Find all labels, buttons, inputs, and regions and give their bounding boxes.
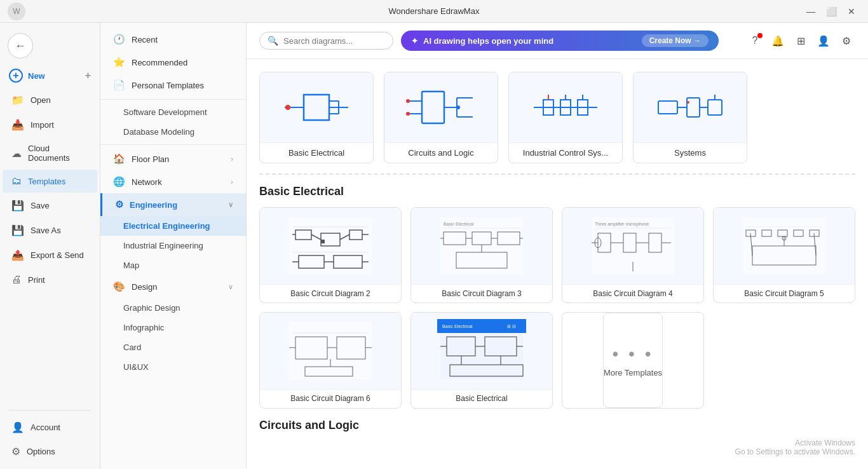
sidebar-item-import[interactable]: 📥 Import: [3, 113, 97, 137]
sidebar-mid-uiux[interactable]: UI&UX: [100, 357, 246, 377]
sidebar-mid-infographic[interactable]: Infographic: [100, 318, 246, 337]
software-dev-label: Software Development: [123, 107, 207, 117]
cat-circuits-logic[interactable]: Circuits and Logic: [384, 72, 498, 163]
open-icon: 📁: [11, 94, 24, 106]
industrial-eng-label: Industrial Engineering: [123, 241, 203, 250]
sidebar-mid-map[interactable]: Map: [100, 255, 246, 275]
svg-point-5: [285, 105, 290, 110]
sidebar-item-account[interactable]: 👤 Account: [3, 416, 97, 439]
save-icon: 💾: [11, 200, 24, 212]
search-input[interactable]: [283, 36, 385, 46]
sidebar-mid-design[interactable]: 🎨 Design ∨: [100, 275, 246, 298]
titlebar-left: W: [8, 3, 25, 20]
template-bcd4[interactable]: Three amplifier microphone: [562, 207, 704, 303]
sidebar-mid-floorplan[interactable]: 🏠 Floor Plan ›: [100, 147, 246, 170]
maximize-button[interactable]: ⬜: [822, 3, 840, 20]
grid-icon[interactable]: ⊞: [792, 32, 810, 50]
tmpl-thumb-bcd4: Three amplifier microphone: [562, 208, 703, 284]
app-title: Wondershare EdrawMax: [389, 6, 480, 16]
sidebar-mid-electrical-eng[interactable]: Electrical Engineering: [100, 216, 246, 236]
cloud-label: Cloud Documents: [28, 144, 88, 163]
sidebar-mid-recent[interactable]: 🕐 Recent: [100, 28, 246, 51]
sidebar-item-templates[interactable]: 🗂 Templates: [3, 170, 97, 193]
sidebar-mid-industrial-eng[interactable]: Industrial Engineering: [100, 236, 246, 255]
options-icon: ⚙: [11, 445, 20, 458]
svg-rect-48: [321, 240, 325, 243]
export-label: Export & Send: [31, 250, 84, 260]
close-button[interactable]: ✕: [843, 3, 860, 20]
design-chevron-icon: ∨: [228, 283, 233, 291]
uiux-label: UI&UX: [123, 362, 149, 372]
network-label: Network: [132, 177, 162, 187]
new-button[interactable]: + New +: [0, 64, 100, 88]
svg-rect-27: [687, 98, 700, 117]
sidebar-mid-personal[interactable]: 📄 Personal Templates: [100, 74, 246, 97]
sidebar-item-options[interactable]: ⚙ Options: [3, 440, 97, 463]
sidebar-mid-recommended[interactable]: ⭐ Recommended: [100, 51, 246, 74]
template-bcd6[interactable]: Basic Circuit Diagram 6: [259, 312, 402, 409]
import-label: Import: [31, 120, 54, 130]
engineering-icon: ⚙: [115, 199, 123, 210]
templates-icon: 🗂: [11, 175, 22, 187]
sidebar-mid-database[interactable]: Database Modeling: [100, 122, 246, 142]
svg-text:⊞ ⊟: ⊞ ⊟: [507, 324, 516, 329]
network-icon: 🌐: [113, 176, 125, 187]
template-bcd3[interactable]: Basic Electrical: [410, 207, 553, 303]
search-box[interactable]: 🔍: [259, 32, 393, 50]
sidebar-mid-card[interactable]: Card: [100, 337, 246, 357]
templates-label: Templates: [28, 177, 65, 186]
minimize-button[interactable]: —: [802, 3, 820, 20]
account-icon: 👤: [11, 421, 24, 433]
titlebar: W Wondershare EdrawMax — ⬜ ✕: [0, 0, 868, 23]
sidebar-mid: 🕐 Recent ⭐ Recommended 📄 Personal Templa…: [100, 23, 247, 469]
sidebar-item-print[interactable]: 🖨 Print: [3, 268, 97, 291]
sidebar-item-export[interactable]: 📤 Export & Send: [3, 243, 97, 267]
open-label: Open: [31, 95, 51, 105]
tmpl-label-bcd4: Basic Circuit Diagram 4: [562, 284, 703, 302]
circuits-logic-title: Circuits and Logic: [259, 419, 855, 432]
sidebar-item-save[interactable]: 💾 Save: [3, 194, 97, 217]
recommended-icon: ⭐: [113, 57, 125, 68]
svg-text:Basic Electrical: Basic Electrical: [444, 222, 474, 226]
floorplan-label: Floor Plan: [132, 154, 169, 164]
cat-basic-electrical[interactable]: Basic Electrical: [259, 72, 374, 163]
more-dots-icon: • • •: [613, 344, 654, 364]
template-bcd2[interactable]: Basic Circuit Diagram 2: [259, 207, 402, 303]
sidebar-item-cloud[interactable]: ☁ Cloud Documents: [3, 138, 97, 168]
template-bcd5[interactable]: Basic Circuit Diagram 5: [713, 207, 855, 303]
tmpl-thumb-bcd5: [714, 208, 855, 284]
sidebar-mid-software-dev[interactable]: Software Development: [100, 102, 246, 122]
export-icon: 📤: [11, 249, 24, 261]
svg-rect-85: [289, 322, 372, 379]
svg-text:Basic Electrical: Basic Electrical: [442, 324, 473, 329]
cat-thumb-systems: [634, 72, 747, 142]
tmpl-thumb-bcd6: [260, 313, 401, 389]
cat-systems[interactable]: Systems: [633, 72, 747, 163]
sidebar-mid-network[interactable]: 🌐 Network ›: [100, 170, 246, 193]
template-more[interactable]: • • • More Templates: [562, 312, 704, 409]
cat-industrial-control[interactable]: Industrial Control Sys...: [508, 72, 623, 163]
bell-icon[interactable]: 🔔: [769, 32, 787, 50]
new-label: New: [28, 71, 45, 81]
create-now-button[interactable]: Create Now →: [642, 34, 709, 47]
sidebar-mid-graphic-design[interactable]: Graphic Design: [100, 298, 246, 318]
floorplan-icon: 🏠: [113, 153, 125, 165]
ai-text: AI drawing helps open your mind: [423, 36, 553, 46]
help-icon[interactable]: ?: [746, 32, 764, 50]
design-label: Design: [132, 282, 157, 292]
ai-banner[interactable]: ✦ AI drawing helps open your mind Create…: [401, 31, 719, 51]
sidebar-mid-engineering[interactable]: ⚙ Engineering ∨: [100, 193, 246, 216]
cat-label-industrial-control: Industrial Control Sys...: [509, 142, 622, 163]
settings-icon[interactable]: ⚙: [837, 32, 855, 50]
user-icon[interactable]: 👤: [815, 32, 832, 50]
floorplan-chevron-icon: ›: [231, 155, 233, 163]
engineering-label: Engineering: [130, 200, 177, 210]
more-templates-card[interactable]: • • • More Templates: [603, 313, 663, 408]
sidebar-item-save-as[interactable]: 💾 Save As: [3, 219, 97, 242]
template-be[interactable]: Basic Electrical ⊞ ⊟ Basic Elect: [410, 312, 553, 409]
back-button[interactable]: ←: [8, 33, 33, 58]
recommended-label: Recommended: [132, 58, 187, 67]
search-icon: 🔍: [268, 36, 278, 46]
recent-label: Recent: [132, 35, 158, 44]
sidebar-item-open[interactable]: 📁 Open: [3, 88, 97, 112]
